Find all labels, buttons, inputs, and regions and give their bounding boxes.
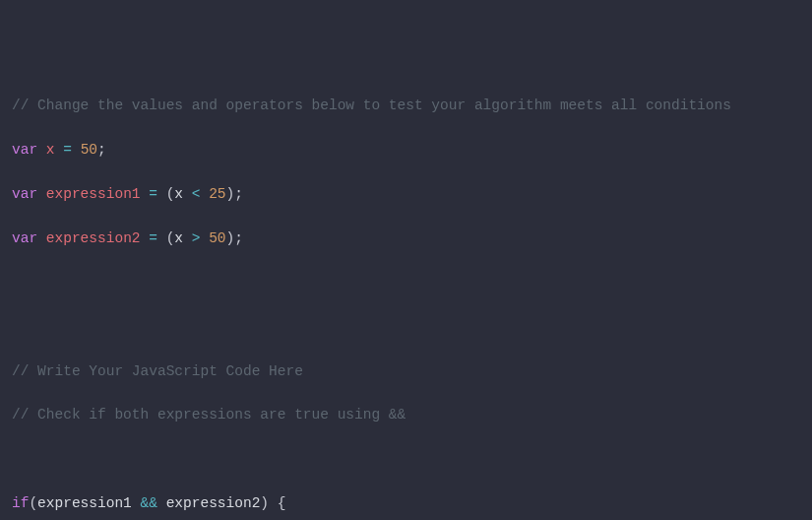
code-line-blank	[12, 316, 800, 338]
code-line-comment: // Check if both expressions are true us…	[12, 404, 800, 425]
code-line-var-exp1: var expression1 = (x < 25);	[12, 183, 800, 205]
code-line-blank	[12, 272, 800, 293]
code-line-comment: // Write Your JavaScript Code Here	[12, 360, 800, 382]
code-line-if: if(expression1 && expression2) {	[12, 492, 800, 514]
code-line-blank	[12, 448, 800, 470]
code-line-var-exp2: var expression2 = (x > 50);	[12, 228, 800, 249]
code-line-comment: // Change the values and operators below…	[12, 95, 800, 116]
code-line-var-x: var x = 50;	[12, 139, 800, 161]
